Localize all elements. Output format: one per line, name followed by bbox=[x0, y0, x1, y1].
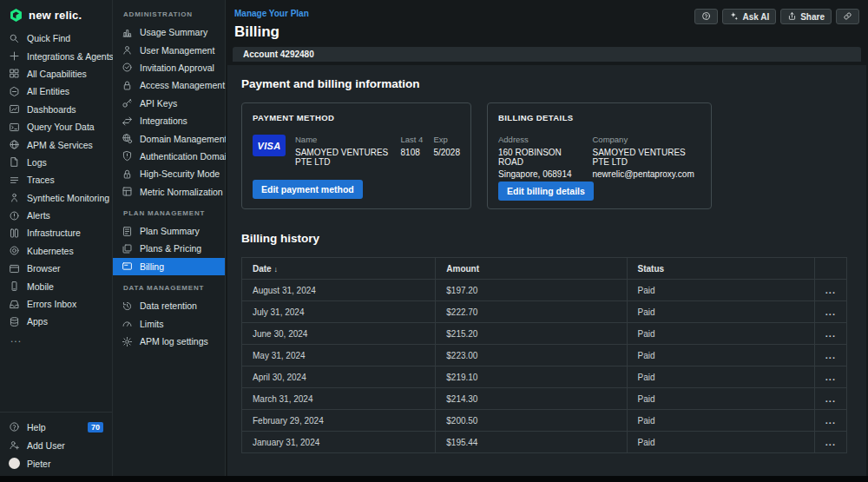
sidebar-item-alerts[interactable]: Alerts bbox=[0, 207, 112, 224]
sidebar-item-apps[interactable]: Apps bbox=[0, 313, 112, 330]
kubernetes-icon bbox=[9, 245, 20, 256]
edit-billing-details-button[interactable]: Edit billing details bbox=[498, 182, 594, 201]
billing-history-row: May 31, 2024$223.00Paid... bbox=[242, 345, 847, 366]
nav-overflow-button[interactable]: ... bbox=[0, 331, 112, 345]
company-label: Company bbox=[593, 135, 701, 144]
settings-item-api-keys[interactable]: API Keys bbox=[113, 95, 225, 112]
cell-status: Paid bbox=[627, 410, 814, 432]
billing-panel: Payment and billing information PAYMENT … bbox=[227, 65, 866, 476]
row-menu-button[interactable]: ... bbox=[825, 415, 836, 426]
metric-icon bbox=[122, 186, 133, 197]
lock-icon bbox=[122, 80, 133, 91]
row-menu-button[interactable]: ... bbox=[825, 307, 836, 317]
column-header-status[interactable]: Status bbox=[627, 258, 814, 280]
sidebar-item-query-your-data[interactable]: Query Your Data bbox=[0, 118, 112, 135]
address-line2: Singapore, 068914 bbox=[498, 169, 574, 179]
settings-item-usage-summary[interactable]: Usage Summary bbox=[113, 23, 225, 41]
sidebar-item-logs[interactable]: Logs bbox=[0, 154, 112, 171]
settings-item-domain-management[interactable]: Domain Management bbox=[113, 129, 225, 147]
settings-item-metric-normalization[interactable]: Metric Normalization bbox=[113, 183, 225, 201]
cell-date: August 31, 2024 bbox=[242, 280, 436, 301]
grid-icon bbox=[9, 68, 20, 79]
address-label: Address bbox=[498, 135, 574, 144]
sidebar-item-label: Quick Find bbox=[27, 33, 70, 43]
cardholder-name: SAMOYED VENTURES PTE LTD bbox=[295, 148, 391, 167]
settings-item-label: Invitation Approval bbox=[140, 63, 214, 73]
billing-history-title: Billing history bbox=[241, 232, 852, 245]
settings-item-limits[interactable]: Limits bbox=[113, 314, 225, 332]
section-title-administration: ADMINISTRATION bbox=[113, 2, 225, 23]
mobile-icon bbox=[9, 281, 20, 292]
bottom-bar bbox=[0, 476, 868, 482]
sidebar-footer-pieter[interactable]: Pieter bbox=[0, 454, 112, 472]
sidebar-footer-add-user[interactable]: Add User bbox=[0, 436, 112, 454]
sidebar-item-synthetic-monitoring[interactable]: Synthetic Monitoring bbox=[0, 189, 112, 207]
sidebar-item-traces[interactable]: Traces bbox=[0, 171, 112, 188]
sidebar-item-errors-inbox[interactable]: Errors Inbox bbox=[0, 295, 112, 313]
sidebar-item-infrastructure[interactable]: Infrastructure bbox=[0, 224, 112, 241]
sidebar-item-all-entities[interactable]: All Entities bbox=[0, 83, 112, 100]
sidebar-item-label: Infrastructure bbox=[27, 228, 81, 238]
sidebar-item-all-capabilities[interactable]: All Capabilities bbox=[0, 65, 112, 83]
edit-payment-method-button[interactable]: Edit payment method bbox=[253, 180, 363, 199]
cell-amount: $200.50 bbox=[436, 410, 627, 432]
sidebar-item-browser[interactable]: Browser bbox=[0, 260, 112, 277]
address-line1: 160 ROBINSON ROAD bbox=[498, 148, 574, 167]
shield-icon bbox=[122, 150, 133, 162]
settings-item-label: High-Security Mode bbox=[140, 168, 220, 179]
settings-item-data-retention[interactable]: Data retention bbox=[113, 297, 225, 314]
new-relic-logo[interactable]: new relic. bbox=[0, 0, 112, 30]
exp-label: Exp bbox=[433, 135, 460, 144]
sidebar-item-quick-find[interactable]: Quick Find bbox=[0, 30, 112, 47]
cell-status: Paid bbox=[627, 366, 814, 388]
account-bar[interactable]: Account 4292480 bbox=[233, 47, 861, 62]
app-window: new relic. Quick FindIntegrations & Agen… bbox=[0, 0, 868, 476]
cell-date: June 30, 2024 bbox=[242, 323, 436, 345]
sidebar-item-mobile[interactable]: Mobile bbox=[0, 277, 112, 294]
last4-value: 8108 bbox=[401, 148, 424, 157]
column-header-date[interactable]: Date ↓ bbox=[242, 258, 436, 280]
brand-name: new relic. bbox=[29, 9, 82, 22]
cell-amount: $223.00 bbox=[436, 345, 627, 366]
settings-item-user-management[interactable]: User Management bbox=[113, 41, 225, 58]
company-name: SAMOYED VENTURES PTE LTD bbox=[593, 148, 701, 167]
key-icon bbox=[122, 97, 133, 109]
breadcrumb-manage-your-plan[interactable]: Manage Your Plan bbox=[234, 9, 309, 18]
sidebar-footer-help[interactable]: Help70 bbox=[0, 418, 112, 436]
settings-item-apm-log-settings[interactable]: APM log settings bbox=[113, 333, 225, 350]
settings-item-high-security-mode[interactable]: High-Security Mode bbox=[113, 165, 225, 182]
settings-item-plans-pricing[interactable]: Plans & Pricing bbox=[113, 240, 225, 257]
gauge-icon bbox=[122, 318, 133, 329]
row-menu-button[interactable]: ... bbox=[825, 393, 836, 404]
dashboard-icon bbox=[9, 103, 20, 115]
sidebar-item-kubernetes[interactable]: Kubernetes bbox=[0, 242, 112, 260]
sidebar-item-integrations-agents[interactable]: Integrations & Agents bbox=[0, 47, 112, 64]
cell-status: Paid bbox=[627, 388, 814, 410]
row-menu-button[interactable]: ... bbox=[825, 285, 836, 295]
check-circle-icon bbox=[122, 62, 133, 73]
settings-item-plan-summary[interactable]: Plan Summary bbox=[113, 222, 225, 240]
settings-item-integrations[interactable]: Integrations bbox=[113, 112, 225, 129]
sidebar-item-label: Add User bbox=[27, 440, 65, 451]
help-circle-button[interactable] bbox=[694, 9, 718, 24]
share-button[interactable]: Share bbox=[780, 9, 832, 24]
settings-item-authentication-domains[interactable]: Authentication Domains bbox=[113, 148, 225, 165]
settings-item-access-management[interactable]: Access Management bbox=[113, 76, 225, 94]
billing-history-row: January 31, 2024$195.44Paid... bbox=[242, 432, 847, 453]
row-menu-button[interactable]: ... bbox=[825, 328, 836, 339]
row-menu-button[interactable]: ... bbox=[825, 437, 836, 447]
ask-ai-button[interactable]: Ask AI bbox=[722, 9, 776, 24]
section-title-data-management: DATA MANAGEMENT bbox=[113, 275, 225, 297]
column-header-amount[interactable]: Amount bbox=[436, 258, 627, 280]
link-button[interactable] bbox=[836, 9, 859, 24]
header-actions: Ask AIShare bbox=[694, 9, 859, 24]
sidebar-item-apm-services[interactable]: APM & Services bbox=[0, 135, 112, 153]
row-menu-button[interactable]: ... bbox=[825, 350, 836, 360]
settings-item-invitation-approval[interactable]: Invitation Approval bbox=[113, 59, 225, 76]
visa-card-logo: VISA bbox=[253, 135, 286, 156]
sidebar-item-dashboards[interactable]: Dashboards bbox=[0, 101, 112, 118]
exp-value: 5/2028 bbox=[433, 148, 460, 157]
settings-item-billing[interactable]: Billing bbox=[113, 258, 225, 275]
help-circle-icon bbox=[9, 421, 20, 432]
row-menu-button[interactable]: ... bbox=[825, 372, 836, 382]
